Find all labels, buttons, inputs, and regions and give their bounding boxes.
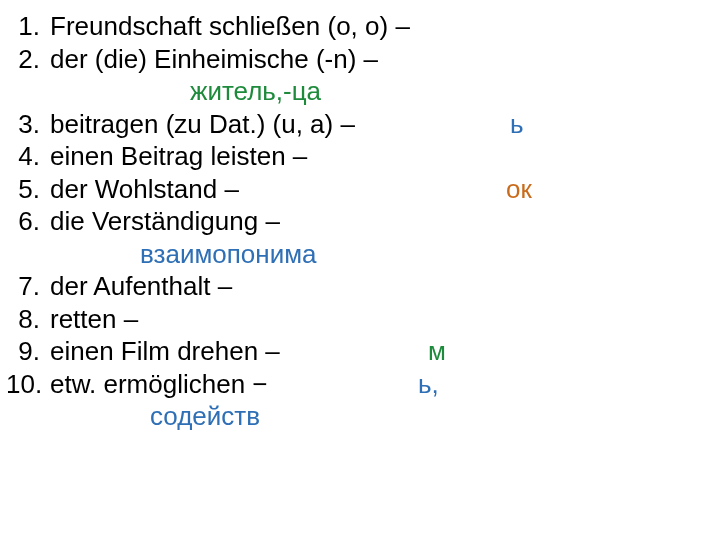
list-item: die Verständigung –взаимопонима: [30, 205, 700, 270]
german-term: einen Beitrag leisten –: [50, 141, 307, 171]
translation-line: содейств: [50, 400, 700, 433]
list-item: retten –: [30, 303, 700, 336]
translation-continued: взаимопонима: [140, 239, 317, 269]
translation-continued: содейств: [150, 401, 260, 431]
german-term: die Verständigung –: [50, 206, 280, 236]
translation-line: взаимопонима: [50, 238, 700, 271]
slide: Freundschaft schließen (o, o) –der (die)…: [0, 0, 720, 540]
translation-fragment: ок: [506, 173, 532, 206]
translation-continued: житель,-ца: [190, 76, 321, 106]
translation-fragment: ь: [510, 108, 524, 141]
term-line: Freundschaft schließen (o, o) –: [50, 10, 700, 43]
term-line: retten –: [50, 303, 700, 336]
german-term: retten –: [50, 304, 138, 334]
list-item: einen Film drehen –м: [30, 335, 700, 368]
term-line: der Aufenthalt –: [50, 270, 700, 303]
list-item: etw. ermöglichen −ь,содейств: [30, 368, 700, 433]
german-term: der (die) Einheimische (-n) –: [50, 44, 378, 74]
list-item: der Wohlstand –ок: [30, 173, 700, 206]
german-term: einen Film drehen –: [50, 336, 280, 366]
list-item: Freundschaft schließen (o, o) –: [30, 10, 700, 43]
vocab-list: Freundschaft schließen (o, o) –der (die)…: [0, 10, 700, 433]
term-line: einen Film drehen –м: [50, 335, 700, 368]
term-line: beitragen (zu Dat.) (u, a) –ь: [50, 108, 700, 141]
list-item: beitragen (zu Dat.) (u, a) –ь: [30, 108, 700, 141]
term-line: die Verständigung –: [50, 205, 700, 238]
list-item: einen Beitrag leisten –: [30, 140, 700, 173]
german-term: beitragen (zu Dat.) (u, a) –: [50, 109, 355, 139]
term-line: der (die) Einheimische (-n) –: [50, 43, 700, 76]
list-item: der Aufenthalt –: [30, 270, 700, 303]
german-term: etw. ermöglichen −: [50, 369, 268, 399]
list-item: der (die) Einheimische (-n) –житель,-ца: [30, 43, 700, 108]
term-line: einen Beitrag leisten –: [50, 140, 700, 173]
translation-fragment: м: [428, 335, 446, 368]
term-line: etw. ermöglichen −ь,: [50, 368, 700, 401]
german-term: der Aufenthalt –: [50, 271, 232, 301]
translation-fragment: ь,: [418, 368, 439, 401]
term-line: der Wohlstand –ок: [50, 173, 700, 206]
german-term: Freundschaft schließen (o, o) –: [50, 11, 410, 41]
german-term: der Wohlstand –: [50, 174, 239, 204]
translation-line: житель,-ца: [50, 75, 700, 108]
